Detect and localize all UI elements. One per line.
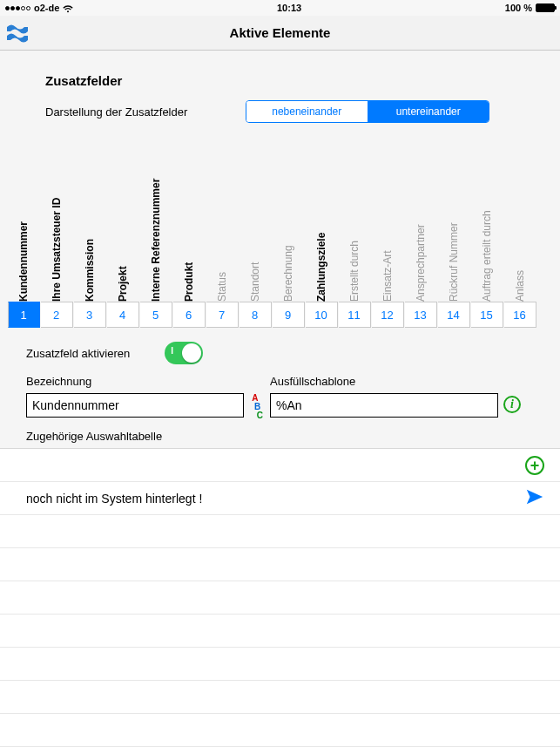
field-tab: Interne Referenznummer5 (139, 149, 172, 328)
selection-table: + noch nicht im System hinterlegt ! (0, 448, 560, 747)
field-tab: Kommission3 (73, 149, 106, 328)
field-tab-label: Projekt (117, 149, 129, 302)
info-icon[interactable]: i (503, 396, 521, 413)
field-tab-label: Berechnung (282, 149, 294, 302)
send-icon[interactable] (525, 487, 544, 509)
battery-icon (536, 3, 555, 12)
field-tab: Zahlungsziele10 (305, 149, 338, 328)
field-tab-label: Interne Referenznummer (150, 149, 162, 302)
status-left: o2-de (5, 3, 73, 13)
field-tab: Anlass16 (503, 149, 536, 328)
field-tab-number[interactable]: 1 (8, 302, 40, 328)
field-tab-number[interactable]: 8 (240, 302, 272, 328)
template-block: Ausfüllschablone i (270, 375, 498, 418)
field-tab-label: Auftrag erteilt durch (481, 149, 493, 302)
selection-message-row: noch nicht im System hinterlegt ! (0, 482, 560, 515)
field-tab: Projekt4 (106, 149, 139, 328)
field-tab-label: Kommission (84, 149, 96, 302)
content: Zusatzfelder Darstellung der Zusatzfelde… (0, 51, 560, 747)
field-tab: Erstellt durch11 (338, 149, 371, 328)
field-tab-label: Erstellt durch (348, 149, 361, 302)
field-tab: Ansprechpartner13 (404, 149, 437, 328)
field-tab: Ihre Umsatzsteuer ID2 (40, 149, 73, 328)
selection-table-title: Zugehörige Auswahltabelle (26, 430, 541, 443)
template-input[interactable] (270, 393, 498, 418)
designation-label: Bezeichnung (26, 375, 244, 388)
field-tab: Kundennummer1 (7, 149, 40, 328)
page-title: Aktive Elemente (230, 25, 331, 40)
selection-empty-row (0, 548, 560, 581)
field-tab-number[interactable]: 4 (107, 302, 139, 328)
field-tab-label: Zahlungsziele (315, 149, 327, 302)
field-tab-label: Status (216, 149, 228, 302)
field-tab-label: Standort (249, 149, 261, 302)
field-tab-number[interactable]: 6 (173, 302, 206, 328)
section-title: Zusatzfelder (45, 73, 541, 88)
selection-empty-row (0, 615, 560, 648)
status-bar: o2-de 10:13 100 % (0, 0, 560, 16)
segment-untereinander[interactable]: untereinander (368, 101, 489, 122)
field-inputs-row: Bezeichnung A B C Ausfüllschablone i (26, 375, 541, 418)
field-tab-label: Rückruf Nummer (448, 149, 460, 302)
field-tab: Rückruf Nummer14 (437, 149, 470, 328)
field-tab-number[interactable]: 16 (504, 302, 536, 328)
field-tab-number[interactable]: 2 (41, 302, 73, 328)
selection-empty-row (0, 648, 560, 681)
field-tab-number[interactable]: 15 (471, 302, 503, 328)
carrier-label: o2-de (34, 3, 59, 13)
designation-input[interactable] (26, 393, 244, 418)
segment-nebeneinander[interactable]: nebeneinander (246, 101, 368, 122)
status-right: 100 % (505, 3, 555, 13)
wifi-icon (63, 4, 73, 12)
selection-add-row: + (0, 449, 560, 482)
field-tab-label: Ansprechpartner (415, 149, 427, 302)
display-mode-label: Darstellung der Zusatzfelder (19, 105, 246, 119)
selection-empty-row (0, 515, 560, 548)
field-tab-number[interactable]: 10 (306, 302, 338, 328)
field-tab-number[interactable]: 9 (273, 302, 305, 328)
display-mode-row: Darstellung der Zusatzfelder nebeneinand… (19, 100, 541, 123)
field-tab-label: Kundennummer (17, 149, 30, 302)
field-tab-label: Produkt (183, 149, 195, 302)
designation-block: Bezeichnung A B C (26, 375, 244, 418)
field-tab: Einsatz-Art12 (371, 149, 404, 328)
field-tab-label: Anlass (514, 149, 526, 302)
activate-toggle[interactable]: I (165, 342, 203, 364)
field-tab-number[interactable]: 11 (339, 302, 371, 328)
field-tab: Berechnung9 (272, 149, 305, 328)
field-tabs: Kundennummer1Ihre Umsatzsteuer ID2Kommis… (19, 149, 541, 328)
field-tab: Produkt6 (172, 149, 206, 328)
field-tab-number[interactable]: 13 (405, 302, 437, 328)
selection-message: noch nicht im System hinterlegt ! (26, 492, 202, 506)
display-segmented-control[interactable]: nebeneinander untereinander (246, 100, 489, 123)
selection-empty-row (0, 714, 560, 747)
field-tab: Status7 (206, 149, 239, 328)
app-logo-icon (5, 21, 30, 45)
field-tab: Auftrag erteilt durch15 (470, 149, 503, 328)
field-tab-number[interactable]: 12 (372, 302, 404, 328)
activate-label: Zusatzfeld aktivieren (26, 347, 130, 360)
clock: 10:13 (277, 3, 301, 13)
field-tab: Standort8 (239, 149, 272, 328)
translate-icon[interactable]: A B C (252, 394, 263, 420)
field-tab-number[interactable]: 7 (206, 302, 239, 328)
field-tab-number[interactable]: 3 (74, 302, 106, 328)
field-tab-label: Ihre Umsatzsteuer ID (51, 149, 63, 302)
signal-dots-icon (5, 6, 30, 10)
selection-empty-row (0, 681, 560, 714)
field-tab-number[interactable]: 5 (140, 302, 172, 328)
field-tab-label: Einsatz-Art (381, 149, 394, 302)
template-label: Ausfüllschablone (270, 375, 498, 388)
navigation-bar: Aktive Elemente (0, 16, 560, 51)
field-tab-number[interactable]: 14 (438, 302, 470, 328)
add-icon[interactable]: + (525, 456, 544, 475)
selection-empty-row (0, 581, 560, 615)
activate-row: Zusatzfeld aktivieren I (26, 342, 541, 364)
battery-percent: 100 % (505, 3, 532, 13)
